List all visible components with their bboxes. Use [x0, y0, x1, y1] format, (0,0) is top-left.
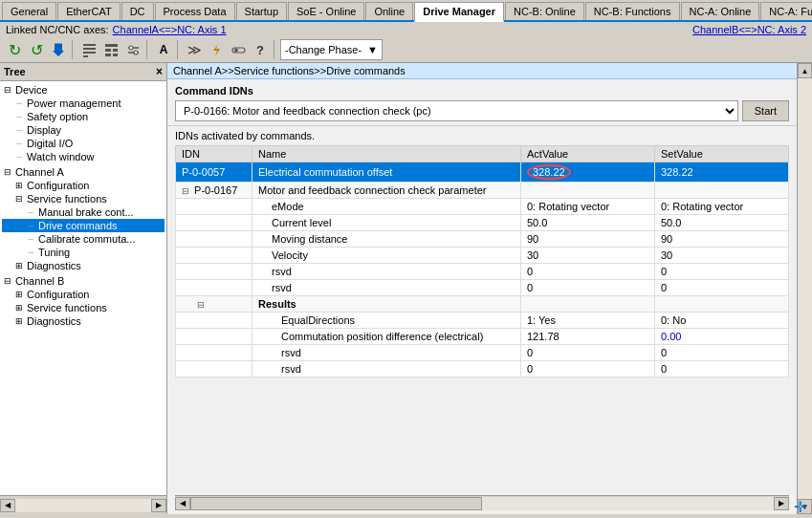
expander-channel-a-service[interactable]	[13, 194, 25, 204]
nav-button[interactable]: ≫	[184, 39, 205, 60]
command-row: P-0-0166: Motor and feedback connection …	[175, 100, 789, 121]
tab-nc-b-online[interactable]: NC-B: Online	[505, 2, 584, 20]
table-row[interactable]: ⊟ Results	[176, 296, 789, 313]
expander-device[interactable]	[2, 85, 13, 95]
tree-item-channel-a-config[interactable]: Configuration	[2, 179, 165, 192]
expand-icon[interactable]: ⊟	[182, 186, 189, 196]
expander-channel-b-diag[interactable]	[13, 316, 25, 326]
list-view-button[interactable]	[78, 39, 99, 60]
tree-item-calibrate[interactable]: Calibrate commuta...	[2, 232, 165, 246]
table-row[interactable]: rsvd 0 0	[176, 361, 789, 378]
settings-button[interactable]	[122, 39, 143, 60]
command-idns-label: Command IDNs	[175, 85, 789, 97]
table-row[interactable]: Commutation position difference (electri…	[176, 329, 789, 345]
tree-item-channel-a-diag[interactable]: Diagnostics	[2, 259, 165, 272]
tree-item-channel-b-config[interactable]: Configuration	[2, 288, 165, 301]
tab-ethercat[interactable]: EtherCAT	[57, 2, 120, 20]
tree-scroll-bar[interactable]: ◀ ▶	[0, 495, 166, 514]
axis-link-1[interactable]: ChannelA<=>NC: Axis 1	[113, 24, 227, 35]
scroll-right-btn[interactable]: ▶	[774, 497, 789, 510]
table-row[interactable]: ⊟ P-0-0167 Motor and feedback connection…	[176, 183, 789, 199]
idn-table-container[interactable]: IDN Name ActValue SetValue P-0-0057 Elec…	[175, 145, 789, 493]
tree-item-watch-window[interactable]: Watch window	[2, 150, 165, 163]
start-button[interactable]: Start	[742, 100, 789, 121]
sep2	[146, 40, 150, 59]
tab-drive-manager[interactable]: Drive Manager	[414, 2, 504, 22]
tree-close-button[interactable]: ×	[156, 65, 163, 78]
tab-soe-online[interactable]: SoE - Online	[288, 2, 364, 20]
expander-channel-b-config[interactable]	[13, 290, 25, 299]
table-row[interactable]: EqualDirections 1: Yes 0: No	[176, 313, 789, 329]
cell-name: rsvd	[252, 280, 521, 296]
svg-rect-2	[83, 44, 96, 46]
breadcrumb: Channel A>>Service functions>>Drive comm…	[167, 63, 797, 79]
h-scroll-track[interactable]	[190, 497, 774, 510]
help-button[interactable]: ?	[250, 39, 271, 60]
undo-button[interactable]: ↺	[26, 39, 47, 60]
table-row[interactable]: Moving distance 90 90	[176, 231, 789, 248]
cell-idn	[176, 199, 252, 215]
cell-idn	[176, 313, 252, 329]
cell-name: Commutation position difference (electri…	[252, 329, 521, 345]
tab-nc-a-functions[interactable]: NC-A: Functions	[760, 2, 812, 20]
axes-bar: Linked NC/CNC axes: ChannelA<=>NC: Axis …	[0, 22, 812, 37]
expander-channel-a[interactable]	[2, 167, 13, 177]
tree-item-channel-b[interactable]: Channel B	[2, 274, 165, 288]
tree-item-channel-a-service[interactable]: Service functions	[2, 192, 165, 205]
tree-item-channel-b-diag[interactable]: Diagnostics	[2, 314, 165, 328]
scroll-up-btn[interactable]: ▲	[798, 63, 812, 78]
table-row[interactable]: rsvd 0 0	[176, 280, 789, 296]
tab-general[interactable]: General	[2, 2, 56, 20]
expander-channel-a-config[interactable]	[13, 181, 25, 190]
expander-channel-b-service[interactable]	[13, 303, 25, 313]
tab-nc-b-functions[interactable]: NC-B: Functions	[585, 2, 680, 20]
sep4	[274, 40, 277, 59]
font-button[interactable]: A	[153, 39, 174, 60]
download-button[interactable]	[48, 39, 69, 60]
refresh-button[interactable]: ↻	[4, 39, 25, 60]
table-row[interactable]: Current level 50.0 50.0	[176, 215, 789, 231]
tree-item-safety-option[interactable]: Safety option	[2, 110, 165, 123]
tab-process-data[interactable]: Process Data	[155, 2, 235, 20]
h-scroll-thumb[interactable]	[190, 497, 482, 510]
corner-icon: ✛	[794, 499, 806, 515]
table-row[interactable]: rsvd 0 0	[176, 345, 789, 361]
tree-item-drive-commands[interactable]: Drive commands	[2, 219, 165, 232]
tab-nc-a-online[interactable]: NC-A: Online	[681, 2, 760, 20]
tab-startup[interactable]: Startup	[236, 2, 287, 20]
table-row[interactable]: Velocity 30 30	[176, 248, 789, 264]
tree-item-tuning[interactable]: Tuning	[2, 246, 165, 259]
tab-online[interactable]: Online	[365, 2, 413, 20]
cell-actvalue: 90	[521, 231, 655, 248]
v-scroll-track[interactable]	[798, 78, 812, 499]
cell-setvalue: 0: Rotating vector	[655, 199, 789, 215]
results-expand-icon[interactable]: ⊟	[182, 300, 205, 310]
v-scroll-bar[interactable]: ▲ ▼	[797, 63, 812, 514]
scroll-left-btn[interactable]: ◀	[175, 497, 190, 510]
h-scroll-bar[interactable]: ◀ ▶	[175, 495, 789, 510]
table-view-button[interactable]	[100, 39, 121, 60]
expander-digital-io	[13, 139, 25, 148]
tree-item-channel-b-service[interactable]: Service functions	[2, 301, 165, 314]
command-dropdown[interactable]: P-0-0166: Motor and feedback connection …	[175, 100, 738, 121]
table-row[interactable]: eMode 0: Rotating vector 0: Rotating vec…	[176, 199, 789, 215]
bolt-button[interactable]	[206, 39, 227, 60]
tree-content: Device Power management Safety option Di…	[0, 81, 166, 495]
tree-item-manual-brake[interactable]: Manual brake cont...	[2, 205, 165, 219]
expander-channel-a-diag[interactable]	[13, 261, 25, 270]
tree-item-power-mgmt[interactable]: Power management	[2, 97, 165, 110]
cell-idn	[176, 329, 252, 345]
table-row[interactable]: P-0-0057 Electrical commutation offset 3…	[176, 162, 789, 183]
expander-channel-b[interactable]	[2, 276, 13, 286]
tree-item-digital-io[interactable]: Digital I/O	[2, 137, 165, 150]
tab-dc[interactable]: DC	[121, 2, 154, 20]
change-phase-dropdown[interactable]: -Change Phase- ▼	[280, 39, 383, 60]
tree-item-channel-a[interactable]: Channel A	[2, 165, 165, 179]
tree-label-device: Device	[15, 84, 48, 96]
switch-button[interactable]	[228, 39, 249, 60]
tree-item-device[interactable]: Device	[2, 83, 165, 97]
tree-item-display[interactable]: Display	[2, 123, 165, 137]
axis-link-2[interactable]: ChannelB<=>NC: Axis 2	[692, 24, 806, 35]
cell-actvalue: 0	[521, 361, 655, 378]
table-row[interactable]: rsvd 0 0	[176, 264, 789, 280]
